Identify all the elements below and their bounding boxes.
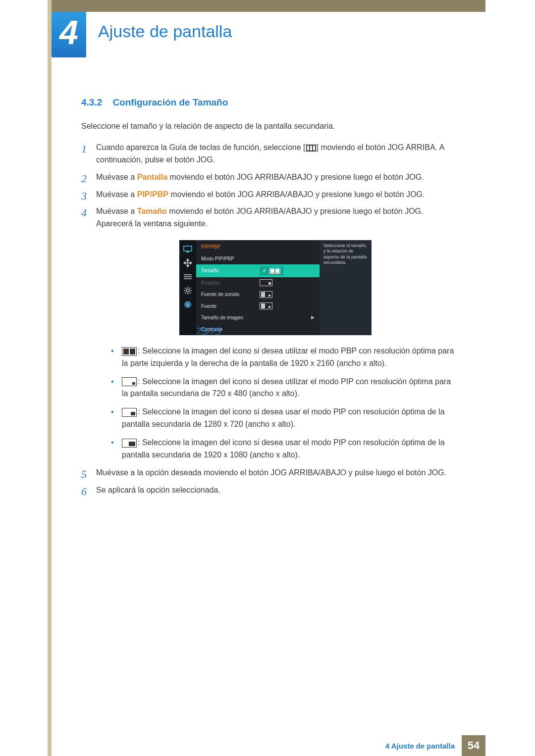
pbp-split-icon [122,347,137,356]
size-option-pbp: : Seleccione la imagen del icono si dese… [111,345,456,370]
page-footer: 4 Ajuste de pantalla 54 [52,735,485,756]
step-6: 6 Se aplicará la opción seleccionada. [81,484,456,497]
osd-row-size: Tamaño ✓ [196,264,320,277]
chapter-badge: 4 [52,12,86,57]
svg-line-13 [190,293,191,294]
osd-sound-value-icon [260,291,272,298]
section-heading: 4.3.2 Configuración de Tamaño [81,95,456,109]
step-1-text-a: Cuando aparezca la Guía de teclas de fun… [96,143,306,151]
osd-label-source: Fuente [201,302,255,310]
list-icon [183,273,193,281]
svg-text:i: i [187,302,188,307]
osd-row-mode: Modo PIP/PBP [196,253,320,265]
osd-label-size: Tamaño [201,267,255,275]
osd-label-imgsize: Tamaño de imagen [201,314,255,322]
osd-sidebar: i [179,240,196,335]
step-2: 2 Muévase a Pantalla moviendo el botón J… [81,171,456,184]
size-option-pip-large-text: : Seleccione la imagen del icono si dese… [122,438,445,459]
osd-window: i PIP/PBP Modo PIP/PBP Tamaño ✓ Posición [179,240,372,335]
content-area: 4.3.2 Configuración de Tamaño Seleccione… [81,95,456,502]
size-option-pip-small-text: : Seleccione la imagen del icono si dese… [122,377,451,398]
step-2-hl: Pantalla [137,173,167,181]
step-5-text: Muévase a la opción deseada moviendo el … [96,468,446,477]
size-option-pip-small: : Seleccione la imagen del icono si dese… [111,376,456,401]
step-2-pre: Muévase a [96,173,137,181]
step-2-post: moviendo el botón JOG ARRIBA/ABAJO y pre… [167,173,424,181]
steps-list: 1 Cuando aparezca la Guía de teclas de f… [81,142,456,497]
osd-figure: i PIP/PBP Modo PIP/PBP Tamaño ✓ Posición [179,240,372,335]
section-number: 4.3.2 [81,97,102,107]
osd-contrast-value: 75/75 [196,323,221,340]
svg-line-14 [185,293,186,294]
step-num: 1 [81,141,87,157]
move-icon [183,259,193,267]
section-intro: Seleccione el tamaño y la relación de as… [81,120,456,133]
pip-large-icon [122,439,137,448]
chapter-title: Ajuste de pantalla [98,22,232,41]
monitor-icon [183,245,193,253]
osd-label-sound: Fuente de sonido [201,291,255,299]
gear-icon [183,287,193,295]
chevron-right-icon: ▶ [311,314,315,321]
step-num: 3 [81,188,87,204]
osd-row-sound: Fuente de sonido [196,289,320,301]
section-title: Configuración de Tamaño [112,97,228,107]
size-option-pip-medium: : Seleccione la imagen del icono si dese… [111,406,456,431]
chapter-number: 4 [59,13,78,51]
step-5: 5 Muévase a la opción deseada moviendo e… [81,467,456,479]
svg-rect-19 [270,269,274,273]
step-3-post: moviendo el botón JOG ARRIBA/ABAJO y pre… [168,190,425,199]
osd-row-imgsize: Tamaño de imagen▶ [196,312,320,324]
svg-rect-20 [275,269,279,273]
step-num: 2 [81,170,87,187]
step-4: 4 Muévase a Tamaño moviendo el botón JOG… [81,205,456,461]
osd-row-source: Fuente [196,301,320,312]
osd-body: PIP/PBP Modo PIP/PBP Tamaño ✓ Posición F… [196,240,320,335]
step-num: 5 [81,466,87,483]
left-decor-stripe [48,0,52,756]
step-4-pre: Muévase a [96,207,137,215]
osd-row-pos: Posición [196,277,320,289]
svg-line-15 [190,288,191,289]
top-decor-band [52,0,485,12]
osd-label-pos: Posición [201,279,255,287]
svg-rect-1 [186,252,189,252]
step-4-hl: Tamaño [137,207,167,215]
osd-source-value-icon [260,302,272,309]
step-num: 4 [81,204,87,221]
osd-help-text: Seleccione el tamaño y la relación de as… [320,240,372,335]
svg-rect-0 [184,246,192,251]
osd-row-contrast: Contraste75/75 [196,324,320,336]
step-6-text: Se aplicará la opción seleccionada. [96,486,220,494]
footer-page-number: 54 [462,735,485,756]
step-1: 1 Cuando aparezca la Guía de teclas de f… [81,142,456,166]
size-option-pbp-text: : Seleccione la imagen del icono si dese… [122,347,454,367]
osd-title: PIP/PBP [196,240,320,253]
menu-icon [306,145,316,151]
step-3-hl: PIP/PBP [137,190,168,199]
info-icon: i [183,301,193,308]
step-3: 3 Muévase a PIP/PBP moviendo el botón JO… [81,189,456,201]
footer-text: 4 Ajuste de pantalla [385,742,462,750]
svg-line-12 [185,288,186,289]
check-icon: ✓ [263,267,267,275]
size-option-pip-large: : Seleccione la imagen del icono si dese… [111,437,456,461]
osd-pos-value-icon [260,279,272,286]
osd-size-value: ✓ [260,266,283,275]
size-option-pip-medium-text: : Seleccione la imagen del icono si dese… [122,407,445,428]
step-3-pre: Muévase a [96,190,137,199]
osd-label-mode: Modo PIP/PBP [201,255,255,263]
pip-medium-icon [122,408,137,417]
pip-small-icon [122,377,137,386]
step-num: 6 [81,483,87,500]
svg-point-7 [186,289,189,292]
size-option-list: : Seleccione la imagen del icono si dese… [111,345,456,461]
